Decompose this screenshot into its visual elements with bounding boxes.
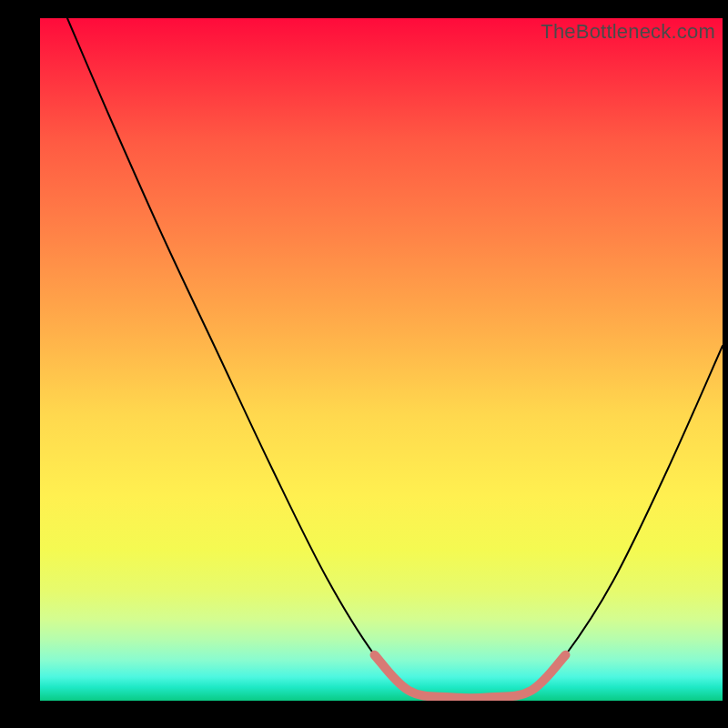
v-curve-path bbox=[67, 18, 723, 698]
threshold-band-path bbox=[375, 655, 566, 699]
chart-container: TheBottleneck.com bbox=[0, 0, 728, 728]
chart-plot-area: TheBottleneck.com bbox=[40, 18, 723, 701]
chart-svg bbox=[40, 18, 723, 701]
